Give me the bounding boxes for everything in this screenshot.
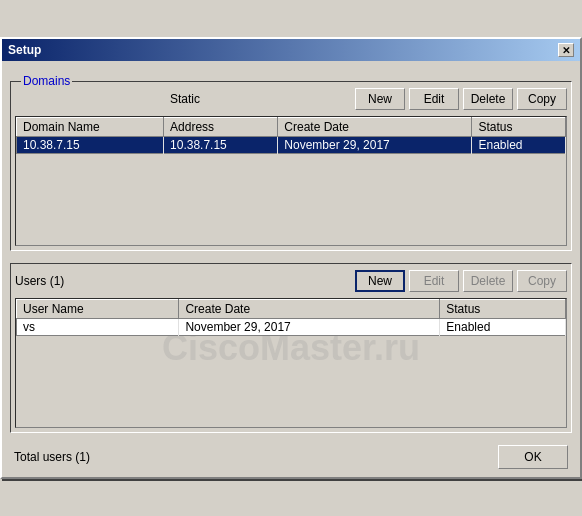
cell-domain-name: 10.38.7.15 [17,137,164,154]
domains-table-container: Domain Name Address Create Date Status 1… [15,116,567,246]
domains-edit-button[interactable]: Edit [409,88,459,110]
col-user-status: Status [440,300,566,319]
title-bar: Setup ✕ [2,39,580,61]
domains-copy-button[interactable]: Copy [517,88,567,110]
cell-user-status: Enabled [440,319,566,336]
domains-new-button[interactable]: New [355,88,405,110]
ok-button[interactable]: OK [498,445,568,469]
domains-table: Domain Name Address Create Date Status 1… [16,117,566,154]
cell-status: Enabled [472,137,566,154]
table-row[interactable]: 10.38.7.15 10.38.7.15 November 29, 2017 … [17,137,566,154]
domains-table-header: Domain Name Address Create Date Status [17,118,566,137]
domains-toolbar-buttons: New Edit Delete Copy [355,88,567,110]
users-toolbar: Users (1) New Edit Delete Copy [15,268,567,294]
users-copy-button[interactable]: Copy [517,270,567,292]
domains-table-body: 10.38.7.15 10.38.7.15 November 29, 2017 … [17,137,566,154]
domains-section: Domains Static New Edit Delete Copy [10,81,572,251]
users-label: Users (1) [15,274,355,288]
col-status: Status [472,118,566,137]
window-title: Setup [8,43,41,57]
users-table-container: User Name Create Date Status vs November… [15,298,567,428]
cell-user-name: vs [17,319,179,336]
users-new-button[interactable]: New [355,270,405,292]
cell-address: 10.38.7.15 [164,137,278,154]
col-domain-name: Domain Name [17,118,164,137]
domains-delete-button[interactable]: Delete [463,88,513,110]
users-section: CiscoMaster.ru Users (1) New Edit Delete… [10,263,572,433]
table-row[interactable]: vs November 29, 2017 Enabled [17,319,566,336]
close-button[interactable]: ✕ [558,43,574,57]
window-body: Domains Static New Edit Delete Copy [2,61,580,477]
domains-toolbar: Static New Edit Delete Copy [15,86,567,112]
col-create-date: Create Date [278,118,472,137]
col-user-name: User Name [17,300,179,319]
users-section-inner: Users (1) New Edit Delete Copy User Name [15,268,567,428]
users-edit-button[interactable]: Edit [409,270,459,292]
domains-section-inner: Static New Edit Delete Copy Domain Name … [15,86,567,246]
total-users-label: Total users (1) [14,450,90,464]
users-delete-button[interactable]: Delete [463,270,513,292]
users-toolbar-buttons: New Edit Delete Copy [355,270,567,292]
col-user-create-date: Create Date [179,300,440,319]
domains-toolbar-label: Static [15,92,355,106]
cell-user-create-date: November 29, 2017 [179,319,440,336]
users-table: User Name Create Date Status vs November… [16,299,566,336]
users-table-header: User Name Create Date Status [17,300,566,319]
setup-window: Setup ✕ Domains Static New Edit Delete C… [0,37,582,479]
footer-bar: Total users (1) OK [10,441,572,469]
cell-create-date: November 29, 2017 [278,137,472,154]
col-address: Address [164,118,278,137]
users-table-body: vs November 29, 2017 Enabled [17,319,566,336]
